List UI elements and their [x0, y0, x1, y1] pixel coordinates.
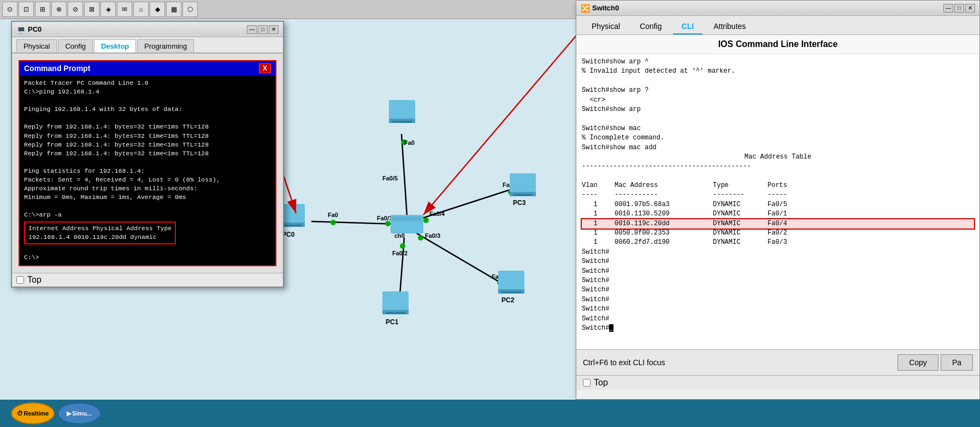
arp-header: Internet Address Physical Address Type: [28, 224, 172, 233]
switch-maximize-btn[interactable]: □: [954, 4, 964, 13]
cmd-title-text: Command Prompt: [24, 64, 90, 73]
toolbar-btn-4[interactable]: ⊗: [51, 2, 67, 17]
cmd-line-8: Reply from 192.168.1.4: bytes=32 time<1m…: [24, 141, 271, 149]
switch-top-checkbox[interactable]: [583, 379, 591, 387]
svg-text:Fa0/5: Fa0/5: [382, 175, 398, 182]
cmd-close-btn[interactable]: X: [259, 63, 271, 73]
toolbar-btn-10[interactable]: ◆: [150, 2, 165, 17]
toolbar-btn-1[interactable]: ⊙: [2, 2, 17, 17]
switch-top-label: Top: [594, 378, 608, 388]
svg-rect-29: [282, 225, 302, 226]
toolbar-btn-2[interactable]: ⊡: [19, 2, 34, 17]
svg-rect-35: [498, 271, 524, 290]
cmd-titlebar: Command Prompt X: [20, 61, 275, 75]
switch0-window: 🔀 Switch0 — □ ✕ Physical Config CLI Attr…: [576, 0, 980, 400]
mac-row-5: 1 0060.2fd7.d190 DYNAMIC Fa0/3: [582, 238, 974, 247]
cli-line-show-mac: Switch#show mac: [582, 124, 974, 133]
cmd-line-1: Packet Tracer PC Command Line 1.0: [24, 79, 271, 87]
switch-tab-physical[interactable]: Physical: [583, 19, 629, 34]
cli-line-show-mac-add: Switch#show mac add: [582, 143, 974, 153]
switch-tab-config[interactable]: Config: [631, 19, 670, 34]
tab-desktop[interactable]: Desktop: [94, 39, 136, 52]
pc0-top-checkbox[interactable]: [16, 276, 24, 284]
cmd-line-12: Packets: Sent = 4, Received = 4, Lost = …: [24, 176, 271, 184]
svg-point-13: [423, 218, 429, 223]
svg-point-11: [418, 235, 423, 241]
cli-line-separator: ----------------------------------------…: [582, 162, 974, 171]
cmd-line-2: C:\>ping 192.168.1.4: [24, 87, 271, 96]
pc0-minimize-btn[interactable]: —: [247, 25, 257, 34]
switch-ctrl-text: Ctrl+F6 to exit CLI focus: [583, 358, 665, 367]
switch-tab-cli[interactable]: CLI: [673, 19, 703, 34]
svg-rect-43: [389, 100, 415, 120]
switch-content-title: IOS Command Line Interface: [576, 35, 979, 54]
tab-programming[interactable]: Programming: [137, 39, 194, 52]
arp-output-box: Internet Address Physical Address Type 1…: [24, 221, 176, 244]
cli-switch-prompt-3: Switch#: [582, 267, 974, 276]
cmd-line-13: Approximate round trip times in milli-se…: [24, 184, 271, 193]
switch-close-btn[interactable]: ✕: [965, 4, 975, 13]
arp-row: 192.168.1.4 0010.119c.20dd dynamic: [28, 233, 172, 242]
cmd-prompt-cursor: C:\>: [24, 253, 271, 262]
cli-line-invalid: % Invalid input detected at '^' marker.: [582, 67, 974, 76]
cmd-line-3: [24, 96, 271, 105]
toolbar-btn-8[interactable]: ✉: [117, 2, 132, 17]
bottom-bar: ⏱ Realtime ▶ Simu...: [0, 400, 980, 427]
pc0-close-btn[interactable]: ✕: [269, 25, 279, 34]
cmd-body[interactable]: Packet Tracer PC Command Line 1.0 C:\>pi…: [20, 75, 275, 265]
pc0-window: 💻 PC0 — □ ✕ Physical Config Desktop Prog…: [11, 21, 284, 288]
cli-line-cr: <cr>: [582, 96, 974, 105]
mac-row-3-highlighted: 1 0010.119c.20dd DYNAMIC Fa0/4: [582, 219, 974, 229]
svg-rect-41: [513, 194, 533, 196]
switch-win-controls: — □ ✕: [943, 4, 975, 13]
cmd-line-7: Reply from 192.168.1.4: bytes=32 time=1m…: [24, 132, 271, 141]
realtime-button[interactable]: ⏱ Realtime: [11, 402, 55, 424]
cli-switch-prompt-8: Switch#: [582, 314, 974, 324]
svg-text:Fa0: Fa0: [404, 139, 415, 146]
pc0-tabs: Physical Config Desktop Programming: [12, 37, 283, 54]
svg-text:PC2: PC2: [501, 296, 515, 304]
toolbar-btn-7[interactable]: ◈: [101, 2, 116, 17]
pc0-maximize-btn[interactable]: □: [258, 25, 268, 34]
paste-button[interactable]: Pa: [941, 354, 973, 371]
cli-switch-prompt-4: Switch#: [582, 276, 974, 285]
tab-config[interactable]: Config: [58, 39, 93, 52]
toolbar-btn-3[interactable]: ⊞: [35, 2, 50, 17]
switch-cli-area[interactable]: Switch#show arp ^ % Invalid input detect…: [576, 54, 979, 349]
cmd-line-5: [24, 114, 271, 122]
pc0-window-title: PC0: [28, 25, 247, 33]
switch-tab-attributes[interactable]: Attributes: [705, 19, 754, 34]
cli-switch-prompt-7: Switch#: [582, 305, 974, 314]
cli-mac-separator: ---- ----------- -------- -----: [582, 190, 974, 200]
svg-point-7: [330, 220, 336, 225]
pc0-bottom-bar: Top: [12, 273, 283, 286]
cli-line-incomplete: % Incomplete command.: [582, 133, 974, 143]
copy-button[interactable]: Copy: [898, 354, 938, 371]
svg-text:PC3: PC3: [513, 199, 526, 207]
mac-row-1: 1 0001.97b5.68a3 DYNAMIC Fa0/5: [582, 200, 974, 209]
cli-line-show-arp-q: Switch#show arp ?: [582, 86, 974, 95]
mac-row-2: 1 0010.1130.5209 DYNAMIC Fa0/1: [582, 209, 974, 219]
toolbar-btn-6[interactable]: ⊠: [84, 2, 99, 17]
cli-line-show-arp: Switch#show arp: [582, 105, 974, 114]
toolbar-btn-12[interactable]: ⬡: [182, 2, 198, 17]
svg-text:PC1: PC1: [386, 318, 399, 326]
cmd-line-15: [24, 202, 271, 210]
simulation-button[interactable]: ▶ Simu...: [57, 402, 101, 424]
cmd-line-4: Pinging 192.168.1.4 with 32 bytes of dat…: [24, 105, 271, 114]
toolbar-btn-9[interactable]: ⌂: [133, 2, 149, 17]
command-prompt: Command Prompt X Packet Tracer PC Comman…: [19, 60, 276, 266]
toolbar-btn-5[interactable]: ⊘: [68, 2, 83, 17]
cmd-line-9: Reply from 192.168.1.4: bytes=32 time<1m…: [24, 149, 271, 158]
pc0-top-label: Top: [27, 275, 42, 285]
toolbar-btn-11[interactable]: ▦: [166, 2, 181, 17]
svg-text:ch0: ch0: [394, 232, 405, 239]
cmd-line-14: Minimum = 0ms, Maximum = 1ms, Average = …: [24, 193, 271, 202]
cmd-line-16: C:\>arp -a: [24, 210, 271, 219]
cli-switch-prompt-1: Switch#: [582, 248, 974, 257]
switch-footer: Top: [576, 375, 979, 390]
cmd-line-6: Reply from 192.168.1.4: bytes=32 time=1m…: [24, 122, 271, 131]
tab-physical[interactable]: Physical: [16, 39, 57, 52]
switch-minimize-btn[interactable]: —: [943, 4, 953, 13]
svg-text:Fa0/3: Fa0/3: [425, 232, 440, 239]
